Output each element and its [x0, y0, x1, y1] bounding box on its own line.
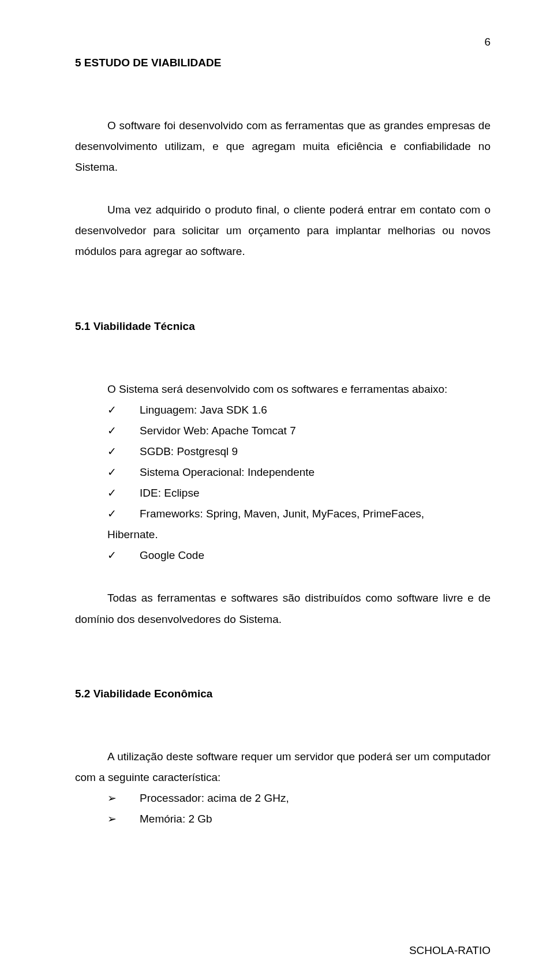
check-icon	[107, 462, 117, 483]
list-item-text: Processador: acima de 2 GHz,	[140, 792, 289, 804]
heading-2: 5.2 Viabilidade Econômica	[75, 688, 491, 700]
list-item: Memória: 2 Gb	[75, 809, 491, 829]
list-item: Google Code	[75, 545, 491, 566]
list-item: Linguagem: Java SDK 1.6	[75, 400, 491, 420]
list-item: IDE: Eclipse	[75, 483, 491, 504]
list-item-text: Linguagem: Java SDK 1.6	[140, 404, 267, 416]
paragraph: A utilização deste software requer um se…	[75, 746, 491, 788]
check-icon	[107, 545, 117, 566]
list-item: Servidor Web: Apache Tomcat 7	[75, 420, 491, 441]
list-item-continuation: Hibernate.	[75, 524, 491, 545]
list-item: Processador: acima de 2 GHz,	[75, 788, 491, 809]
paragraph: Todas as ferramentas e softwares são dis…	[75, 588, 491, 629]
page-number: 6	[484, 36, 491, 48]
arrow-list: Processador: acima de 2 GHz, Memória: 2 …	[75, 788, 491, 829]
list-item-text: IDE: Eclipse	[140, 487, 199, 499]
list-item-text: Servidor Web: Apache Tomcat 7	[140, 425, 296, 437]
arrow-icon	[107, 809, 117, 829]
checklist: Linguagem: Java SDK 1.6 Servidor Web: Ap…	[75, 400, 491, 566]
arrow-icon	[107, 788, 117, 809]
heading-2: 5.1 Viabilidade Técnica	[75, 320, 491, 333]
check-icon	[107, 504, 117, 524]
heading-1: 5 ESTUDO DE VIABILIDADE	[75, 57, 491, 69]
footer-text: SCHOLA-RATIO	[409, 944, 491, 957]
list-item-text: Memória: 2 Gb	[140, 813, 212, 825]
list-item-text: Google Code	[140, 549, 204, 561]
list-item-text: Frameworks: Spring, Maven, Junit, MyFace…	[140, 508, 424, 520]
document-page: 6 5 ESTUDO DE VIABILIDADE O software foi…	[0, 0, 554, 980]
list-item-text: Hibernate.	[107, 528, 158, 540]
check-icon	[107, 441, 117, 462]
list-item-text: Sistema Operacional: Independente	[140, 466, 315, 478]
paragraph: O Sistema será desenvolvido com os softw…	[75, 379, 491, 400]
paragraph: O software foi desenvolvido com as ferra…	[75, 115, 491, 178]
check-icon	[107, 400, 117, 420]
list-item-text: SGDB: Postgresql 9	[140, 445, 238, 457]
list-item: Sistema Operacional: Independente	[75, 462, 491, 483]
paragraph: Uma vez adquirido o produto final, o cli…	[75, 200, 491, 262]
check-icon	[107, 483, 117, 504]
check-icon	[107, 420, 117, 441]
list-item: SGDB: Postgresql 9	[75, 441, 491, 462]
list-item: Frameworks: Spring, Maven, Junit, MyFace…	[75, 504, 491, 524]
